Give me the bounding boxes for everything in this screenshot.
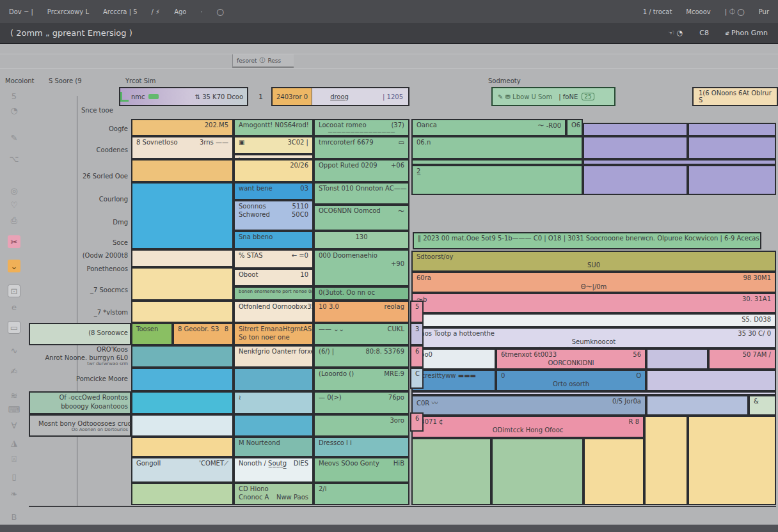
tool-icon-20[interactable]: ❧: [8, 487, 20, 500]
tool-icon-2[interactable]: ✎: [8, 131, 20, 144]
tool-icon-15[interactable]: ⌨: [8, 403, 20, 416]
tool-icon-14[interactable]: ≋: [8, 389, 20, 402]
cell-l17c3[interactable]: Meovs SOoo GontyHiB: [314, 457, 409, 483]
cell-l2c1[interactable]: 8 Sovnetloso3rns ——: [131, 136, 234, 159]
cell-l3c2[interactable]: 20/26: [234, 159, 314, 182]
menu-item-2[interactable]: Arcccra | 5: [103, 8, 138, 15]
banner[interactable]: ‖ 2023 00 mat.Ooe 5ot9 5-1b——— C0 | O18 …: [413, 232, 761, 249]
cell-l9c2[interactable]: bonen enorneneno port nonoe 0o: [234, 286, 314, 301]
cell-b5[interactable]: 3nos Tootp a hottoenthe35 30 C/ 0Seumkno…: [411, 327, 776, 348]
tool-icon-6[interactable]: ⎙: [8, 214, 20, 227]
filter-chip-cream[interactable]: 1(6 ONoons 6At Oblrur S: [692, 87, 778, 106]
cell-l14c1[interactable]: [131, 391, 234, 414]
tool-icon-17[interactable]: ◮: [8, 436, 20, 449]
tool-icon-13[interactable]: ✍: [8, 364, 20, 377]
cell-l13c3[interactable]: (Looordo ()MRE:9: [314, 368, 409, 391]
cell-b8b[interactable]: [646, 395, 749, 416]
edge-pink-3[interactable]: 6: [410, 412, 424, 432]
chip-segment-orange[interactable]: 2403ror 0: [273, 88, 312, 105]
cell-l16c1[interactable]: [131, 437, 234, 457]
cell-u2b[interactable]: [583, 136, 688, 159]
toolbar-action-1[interactable]: C8: [699, 29, 709, 37]
cell-l1c2[interactable]: Amogontt! N0S64rod!: [234, 119, 314, 136]
cell-l12c1[interactable]: [131, 345, 234, 368]
tool-icon-5[interactable]: ♡: [8, 198, 20, 211]
cell-l16c3[interactable]: Dressco l i: [314, 437, 409, 457]
menu-item-5[interactable]: ·: [200, 8, 202, 15]
cell-l17c1[interactable]: Gongoll'COMET⟋: [131, 457, 234, 483]
cell-l11c1b[interactable]: 8 Geoobr. S38: [173, 323, 234, 345]
cell-l10c3[interactable]: 10 3.0reolag: [314, 301, 409, 323]
cell-u3b[interactable]: [583, 159, 776, 165]
cell-u1c[interactable]: [583, 123, 688, 136]
tool-icon-4[interactable]: ◎: [8, 184, 20, 197]
tool-icon-9[interactable]: ⊡: [8, 285, 20, 297]
cell-g2[interactable]: [491, 438, 584, 505]
menu-status-0[interactable]: 1 / trocat: [643, 8, 672, 15]
cell-l17c2[interactable]: Nonoth / S̲o̲u̲t̲g̲DIES: [234, 457, 314, 483]
cell-l10c2[interactable]: Otfonlend Oornoobxx35?: [234, 301, 314, 323]
cell-u4b[interactable]: [583, 165, 688, 195]
cell-b6d[interactable]: 50 7AM /: [708, 348, 776, 370]
cell-l18c2[interactable]: CD HionoCnonoc ANww Paos: [234, 483, 314, 505]
cell-b7a[interactable]: Ocresittyww ▬▬▬: [411, 370, 496, 391]
cell-l14c2[interactable]: ≀: [234, 391, 314, 414]
cell-u1a[interactable]: Oanca〜 -R00: [411, 119, 566, 136]
cell-y3[interactable]: [584, 438, 644, 505]
filter-chip-purple[interactable]: nmc ⇅ 35 K70 Dcoo: [119, 87, 248, 106]
cell-b3[interactable]: 〜b30. 31A1: [411, 293, 776, 313]
cell-l14c3[interactable]: — 0(>)76po: [314, 391, 409, 414]
cell-l7c1[interactable]: [131, 249, 234, 267]
cell-l10c1[interactable]: [131, 301, 234, 323]
menu-item-3[interactable]: / ⚡: [152, 8, 161, 15]
tab-fesoret[interactable]: fesoret ⓘ Ress: [232, 54, 294, 68]
cell-u1b[interactable]: O6: [566, 119, 583, 136]
tool-icon-3[interactable]: ⌥: [8, 152, 20, 165]
cell-l2c2b[interactable]: twres: [234, 154, 314, 159]
cell-l6c2[interactable]: Sna bbeno: [234, 231, 314, 249]
edge-pink-1[interactable]: 5: [410, 301, 424, 323]
cell-y1[interactable]: [644, 416, 688, 505]
cell-l15c3[interactable]: 3oro: [314, 414, 409, 437]
cell-l7c2[interactable]: % STAS← =0: [234, 249, 314, 269]
cell-l12c2[interactable]: Nenkfgrio Oanterr forxes ·: [234, 345, 314, 368]
cell-l1c1[interactable]: 202.M5: [131, 119, 234, 136]
cell-l2c2[interactable]: ▣3C02 |: [234, 136, 314, 154]
tool-icon-8[interactable]: ⌄: [8, 260, 20, 272]
cell-b9[interactable]: 63071 ¢R 8ODimtcck Hong Ofooc: [411, 416, 644, 438]
cell-b1[interactable]: Sdtoorst/oySU0: [411, 251, 776, 272]
filter-chip-green[interactable]: ✎ ⛃ Lbow U Som | foNE 25: [491, 87, 615, 106]
menu-item-0[interactable]: Dov ~ |: [9, 8, 33, 15]
cell-l3c3[interactable]: Oppot Ruted 0209+06: [314, 159, 409, 182]
tool-icon-1[interactable]: ◔: [8, 104, 20, 116]
tool-icon-11[interactable]: ▭: [8, 321, 20, 334]
cell-l18c1[interactable]: [131, 483, 234, 505]
cell-u4a[interactable]: 2̲: [411, 165, 583, 195]
toolbar-action-2[interactable]: ⸙ Phon Gmn: [726, 29, 768, 37]
cell-l16c2[interactable]: M Nourteond: [234, 437, 314, 457]
filter-chip-mid[interactable]: 2403ror 0 droog | 1205: [271, 87, 409, 106]
cell-u2a[interactable]: 06.n: [411, 136, 583, 159]
cell-l13c1[interactable]: [131, 368, 234, 391]
cell-b6b[interactable]: 6tmenxot 6t003356OORCONKIDNI: [496, 348, 646, 370]
tool-icon-7[interactable]: ✂: [8, 235, 20, 248]
cell-l15c2[interactable]: [234, 414, 314, 437]
cell-b4[interactable]: S5. D038: [411, 313, 776, 327]
cell-l3c1[interactable]: [131, 159, 234, 182]
tool-icon-21[interactable]: B: [8, 510, 20, 523]
tool-icon-10[interactable]: e: [8, 301, 20, 313]
cell-b7b[interactable]: 0OOrto osorth: [496, 370, 646, 391]
cell-l8c2[interactable]: Oboot10: [234, 269, 314, 286]
cell-l6c3[interactable]: 130: [314, 231, 409, 249]
tool-icon-12[interactable]: ∿: [8, 344, 20, 357]
menu-status-2[interactable]: | ⏀ ◯: [725, 8, 745, 15]
cell-l18c3[interactable]: 2/i: [314, 483, 409, 505]
cell-l11c2[interactable]: Sitrert EmanaHtgrntASSo ton noer one: [234, 323, 314, 345]
cell-u1d[interactable]: [688, 123, 776, 136]
cell-u4c[interactable]: [688, 165, 776, 195]
toolbar-action-0[interactable]: ☜ ◔: [668, 29, 683, 37]
cell-l9c3[interactable]: 0(3utot. Oo nn oc: [314, 286, 409, 301]
menu-item-4[interactable]: Ago: [174, 8, 186, 15]
cell-b8a[interactable]: C0R 〰0/5 Jor0a: [411, 395, 646, 416]
tool-icon-18[interactable]: ⍓: [8, 453, 20, 465]
